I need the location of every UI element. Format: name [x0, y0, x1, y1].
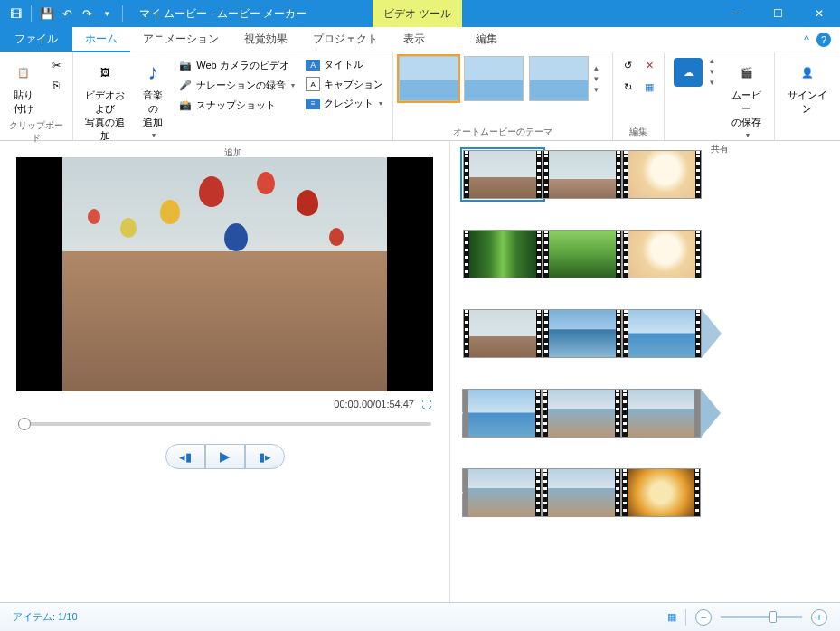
camera-icon: 📸 — [178, 98, 193, 112]
tab-view[interactable]: 表示 — [391, 27, 438, 52]
zoom-out-button[interactable]: − — [695, 609, 712, 626]
timeline-row — [463, 150, 827, 199]
prev-frame-button[interactable]: ◂▮ — [165, 444, 205, 469]
timeline-clip[interactable] — [463, 309, 543, 358]
ribbon: 📋 貼り 付け ✂ ⎘ クリップボード 🖼 ビデオおよび 写真の追加 ♪ 音楽の… — [0, 52, 840, 141]
timeline-clip[interactable] — [543, 309, 622, 358]
add-music-button[interactable]: ♪ 音楽の 追加 ▾ — [135, 56, 171, 141]
tab-visual-effects[interactable]: 視覚効果 — [231, 27, 300, 52]
timeline-clip[interactable] — [463, 230, 543, 278]
ribbon-group-clipboard: 📋 貼り 付け ✂ ⎘ クリップボード — [0, 52, 73, 140]
timeline-clip[interactable] — [621, 389, 701, 438]
photo-video-icon: 🖼 — [90, 58, 119, 87]
timeline-clip[interactable] — [622, 309, 702, 358]
caption-icon: A — [306, 77, 320, 91]
copy-button[interactable]: ⎘ — [45, 76, 67, 94]
credits-button[interactable]: ≡クレジット▾ — [302, 95, 387, 112]
qat-customize-icon[interactable]: ▾ — [99, 5, 115, 22]
titlebar: 🎞 💾 ↶ ↷ ▾ マイ ムービー - ムービー メーカー ビデオ ツール ─ … — [0, 0, 840, 27]
credits-icon: ≡ — [306, 99, 320, 109]
workspace: 00:00.00/01:54.47 ⛶ ◂▮ ▶ ▮▸ — [0, 141, 840, 602]
caption-button[interactable]: Aキャプション — [302, 75, 387, 93]
save-icon[interactable]: 💾 — [39, 5, 55, 22]
statusbar: アイテム: 1/10 ▦ − + — [0, 602, 840, 631]
tab-edit[interactable]: 編集 — [463, 27, 510, 52]
music-note-icon: ♪ — [138, 58, 167, 87]
timeline-clip[interactable] — [462, 389, 542, 438]
title-button[interactable]: Aタイトル — [302, 56, 387, 73]
scissors-icon: ✂ — [49, 58, 63, 72]
undo-icon[interactable]: ↶ — [59, 5, 75, 22]
timeline-clip[interactable] — [622, 150, 702, 199]
collapse-ribbon-icon[interactable]: ^ — [804, 33, 809, 46]
zoom-in-button[interactable]: + — [811, 609, 827, 626]
timeline-continuation-arrow — [702, 309, 722, 358]
tab-project[interactable]: プロジェクト — [300, 27, 391, 52]
timeline-clip[interactable] — [543, 230, 622, 278]
timeline-continuation-arrow — [701, 389, 721, 438]
seek-thumb[interactable] — [18, 418, 31, 430]
snapshot-button[interactable]: 📸スナップショット — [175, 96, 298, 114]
timeline-clip[interactable] — [543, 150, 622, 199]
timeline-continuation-arrow — [450, 389, 463, 438]
zoom-slider[interactable] — [721, 616, 802, 618]
maximize-button[interactable]: ☐ — [757, 0, 798, 27]
playback-time: 00:00.00/01:54.47 — [334, 399, 414, 410]
fullscreen-icon[interactable]: ⛶ — [421, 399, 431, 410]
timeline-clip[interactable] — [462, 468, 542, 517]
ribbon-group-edit: ↺ ✕ ↻ ▦ 編集 — [613, 52, 665, 140]
minimize-button[interactable]: ─ — [715, 0, 757, 27]
zoom-handle[interactable] — [769, 611, 777, 623]
close-button[interactable]: ✕ — [798, 0, 840, 27]
add-media-button[interactable]: 🖼 ビデオおよび 写真の追加 — [79, 56, 131, 145]
playback-controls: ◂▮ ▶ ▮▸ — [16, 444, 433, 469]
timeline-clip[interactable] — [463, 150, 543, 199]
timeline-clip[interactable] — [621, 468, 701, 517]
status-items: アイテム: 1/10 — [13, 610, 78, 624]
webcam-button[interactable]: 📷Web カメラのビデオ — [175, 56, 298, 74]
preview-pane: 00:00.00/01:54.47 ⛶ ◂▮ ▶ ▮▸ — [0, 141, 450, 602]
ribbon-tabs: ファイル ホーム アニメーション 視覚効果 プロジェクト 表示 編集 ^ ? — [0, 27, 840, 52]
save-movie-button[interactable]: 🎬 ムービー の保存 ▾ — [725, 56, 769, 141]
cut-button[interactable]: ✂ — [45, 56, 67, 74]
title-icon: A — [306, 60, 320, 71]
tab-home[interactable]: ホーム — [72, 27, 130, 52]
clipboard-icon: 📋 — [9, 58, 38, 87]
app-icon: 🎞 — [7, 5, 24, 22]
play-button[interactable]: ▶ — [205, 444, 245, 469]
tab-animation[interactable]: アニメーション — [130, 27, 231, 52]
rotate-left-button[interactable]: ↺ — [618, 56, 637, 74]
narration-button[interactable]: 🎤ナレーションの録音▾ — [175, 76, 298, 94]
theme-thumb[interactable] — [464, 56, 524, 101]
timeline-clip[interactable] — [542, 468, 621, 517]
share-gallery-more[interactable]: ▴▾▾ — [710, 56, 722, 87]
redo-icon[interactable]: ↷ — [79, 5, 95, 22]
preview-monitor — [16, 157, 433, 391]
timeline-pane[interactable] — [450, 141, 840, 602]
theme-thumb[interactable] — [399, 56, 458, 101]
help-icon[interactable]: ? — [816, 33, 831, 47]
ribbon-group-add: 🖼 ビデオおよび 写真の追加 ♪ 音楽の 追加 ▾ 📷Web カメラのビデオ 🎤… — [73, 52, 393, 140]
theme-gallery-more[interactable]: ▴▾▾ — [594, 63, 607, 94]
timeline-row — [463, 230, 827, 278]
webcam-icon: 📷 — [178, 58, 193, 72]
copy-icon: ⎘ — [49, 78, 63, 92]
timeline-clip[interactable] — [622, 230, 702, 278]
onedrive-button[interactable]: ☁ — [670, 56, 706, 89]
seek-slider[interactable] — [18, 422, 431, 426]
rotate-right-button[interactable]: ↻ — [618, 78, 637, 96]
signin-button[interactable]: 👤 サインイン — [780, 56, 835, 118]
ribbon-group-share: ☁ ▴▾▾ 🎬 ムービー の保存 ▾ 共有 — [665, 52, 775, 140]
paste-button[interactable]: 📋 貼り 付け — [5, 56, 42, 118]
tab-file[interactable]: ファイル — [0, 27, 72, 52]
theme-thumb[interactable] — [529, 56, 589, 101]
user-icon: 👤 — [793, 58, 822, 87]
select-all-button[interactable]: ▦ — [640, 78, 658, 96]
next-frame-button[interactable]: ▮▸ — [245, 444, 285, 469]
timeline-clip[interactable] — [542, 389, 621, 438]
ribbon-group-signin: 👤 サインイン — [775, 52, 840, 140]
thumbnail-view-icon[interactable]: ▦ — [667, 611, 676, 623]
ribbon-group-themes: ▴▾▾ オートムービーのテーマ — [393, 52, 613, 140]
delete-button[interactable]: ✕ — [640, 56, 658, 74]
timeline-row — [463, 468, 827, 517]
